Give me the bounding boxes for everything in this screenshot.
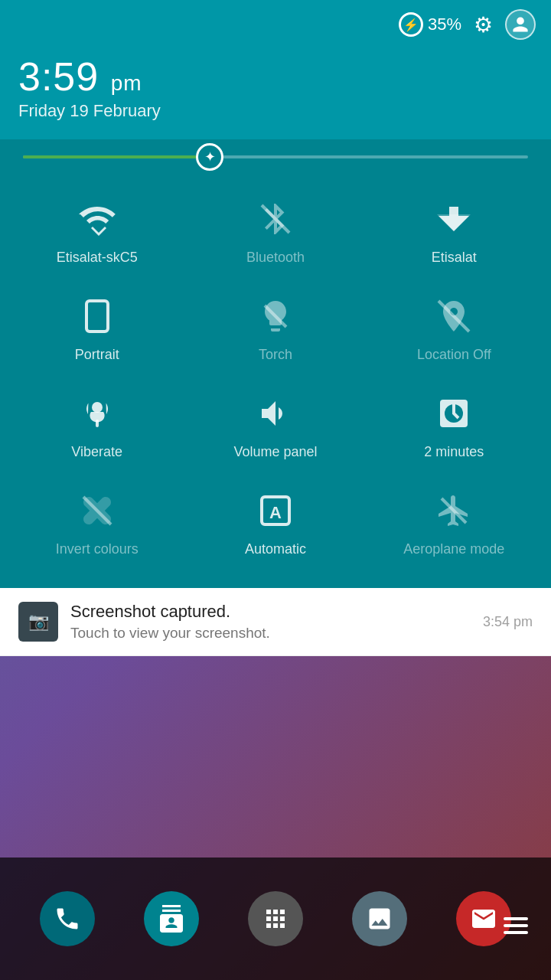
notification-title: Screenshot captured. [70, 602, 475, 622]
brightness-row[interactable]: ✦ [8, 155, 543, 159]
tile-location-off-label: Location Off [417, 347, 491, 363]
aeroplane-icon [431, 488, 477, 534]
tile-volume[interactable]: Volume panel [186, 375, 364, 472]
tile-viberate[interactable]: Viberate [8, 375, 186, 472]
location-off-icon [431, 293, 477, 339]
tile-2minutes[interactable]: 2 minutes [365, 375, 543, 472]
tile-signal-label: Etisalat [432, 250, 477, 266]
notification-screenshot[interactable]: 📷 Screenshot captured. Touch to view you… [0, 588, 551, 656]
tile-automatic-label: Automatic [245, 541, 306, 557]
battery-percent: 35% [428, 15, 461, 34]
battery-info: 35% [399, 12, 461, 37]
tile-torch-label: Torch [259, 347, 292, 363]
tile-portrait[interactable]: Portrait [8, 278, 186, 375]
invert-icon [74, 488, 120, 534]
dock-contacts[interactable] [144, 891, 199, 946]
torch-icon [253, 293, 298, 339]
menu-button[interactable] [504, 917, 528, 934]
clock-time: 3:59 pm [18, 54, 533, 100]
tile-location-off[interactable]: Location Off [365, 278, 543, 375]
status-bar: 35% ⚙ [0, 0, 551, 46]
time-section: 3:59 pm Friday 19 February [0, 46, 551, 139]
header: 35% ⚙ 3:59 pm Friday 19 February [0, 0, 551, 139]
battery-icon [399, 12, 423, 37]
signal-icon [431, 196, 477, 242]
svg-rect-1 [86, 301, 108, 332]
tile-aeroplane-label: Aeroplane mode [403, 541, 504, 557]
wifi-icon [74, 196, 120, 242]
tile-wifi-label: Etisalat-skC5 [57, 250, 138, 266]
settings-icon[interactable]: ⚙ [474, 12, 493, 38]
dock-bar [0, 858, 551, 980]
tile-automatic[interactable]: A Automatic [186, 472, 364, 570]
volume-icon [253, 390, 298, 436]
brightness-slider[interactable]: ✦ [23, 155, 528, 159]
quick-settings-panel: ✦ Etisalat-skC5 Bluetooth [0, 139, 551, 588]
date-display: Friday 19 February [18, 101, 533, 121]
svg-rect-5 [96, 420, 99, 427]
tile-2minutes-label: 2 minutes [424, 444, 484, 460]
tile-invert[interactable]: Invert colours [8, 472, 186, 570]
automatic-icon: A [253, 488, 298, 534]
menu-line-1 [504, 917, 528, 920]
notification-time: 3:54 pm [483, 614, 533, 630]
notification-body: Touch to view your screenshot. [70, 625, 475, 642]
brightness-sun-icon: ✦ [204, 149, 216, 165]
tile-portrait-label: Portrait [75, 347, 119, 363]
tile-aeroplane[interactable]: Aeroplane mode [365, 472, 543, 570]
tile-torch[interactable]: Torch [186, 278, 364, 375]
notification-app-icon: 📷 [18, 602, 58, 642]
dock-phone[interactable] [40, 891, 95, 946]
tile-bluetooth-label: Bluetooth [246, 250, 305, 266]
viberate-icon [74, 390, 120, 436]
notification-area: 📷 Screenshot captured. Touch to view you… [0, 588, 551, 656]
notification-content: Screenshot captured. Touch to view your … [70, 602, 475, 642]
brightness-thumb[interactable]: ✦ [196, 143, 223, 171]
svg-text:A: A [269, 503, 282, 522]
brightness-track [23, 155, 528, 158]
dock-gallery[interactable] [352, 891, 407, 946]
dock-apps[interactable] [248, 891, 303, 946]
user-avatar-icon[interactable] [505, 9, 536, 40]
tile-viberate-label: Viberate [71, 444, 122, 460]
tiles-grid: Etisalat-skC5 Bluetooth Etisalat [8, 181, 543, 570]
bluetooth-icon [253, 196, 298, 242]
brightness-fill [23, 155, 215, 158]
2minutes-icon [431, 390, 477, 436]
menu-line-3 [504, 931, 528, 934]
tile-wifi[interactable]: Etisalat-skC5 [8, 181, 186, 278]
portrait-icon [74, 293, 120, 339]
tile-signal[interactable]: Etisalat [365, 181, 543, 278]
menu-line-2 [504, 924, 528, 927]
tile-bluetooth[interactable]: Bluetooth [186, 181, 364, 278]
tile-invert-label: Invert colours [56, 541, 139, 557]
svg-point-4 [92, 402, 103, 413]
tile-volume-label: Volume panel [233, 444, 317, 460]
